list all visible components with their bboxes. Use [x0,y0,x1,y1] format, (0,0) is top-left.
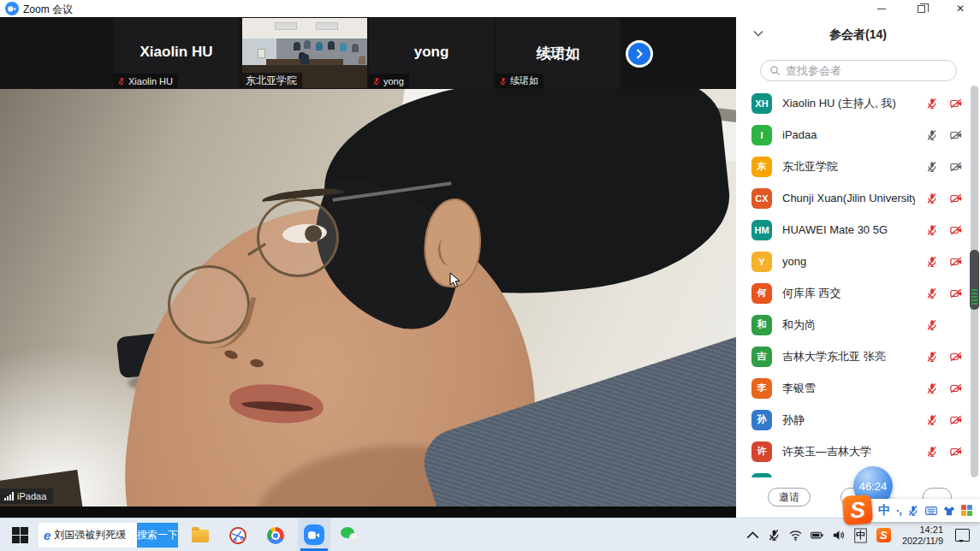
avatar: Y [751,252,772,272]
search-icon [769,65,781,76]
tray-input-language[interactable]: 中 [854,528,866,542]
snipping-tool-icon[interactable] [228,525,248,546]
mouse-cursor [449,272,461,289]
ime-mic-icon[interactable] [907,505,919,517]
tile-name-label: 续珺如 [496,74,543,88]
mic-muted-icon [117,76,126,86]
minimize-button[interactable] [862,0,901,17]
tray-battery-icon[interactable] [811,529,823,542]
restore-button[interactable] [901,0,941,17]
avatar: HM [751,220,772,240]
wechat-icon[interactable] [340,525,360,546]
panel-header: 参会者(14) [736,26,980,44]
participant-name: 孙静 [782,412,915,428]
camera-status-icon [949,128,963,142]
mic-status-icon [925,350,939,364]
participant-name: 东北亚学院 [782,159,915,175]
avatar: 孙 [751,410,772,430]
camera-status-icon [949,160,963,174]
panel-title: 参会者(14) [736,27,980,43]
mic-status-icon [925,128,939,142]
signal-bars-icon [4,492,14,501]
participant-row[interactable]: 李 李银雪 [736,372,980,404]
clock-time: 14:21 [902,524,943,536]
video-tile-xiaolin-hu[interactable]: Xiaolin HU Xiaolin HU [114,18,239,88]
zoom-taskbar-button[interactable] [298,518,330,551]
zoom-app-window: Zoom 会议 ✕ Xiaolin HU Xiaolin HU [0,0,980,551]
ime-toolbar[interactable]: 中 ·, [863,499,980,522]
participant-name: 何库库 西交 [782,286,915,301]
start-button[interactable] [12,527,28,543]
participant-row[interactable]: 何 何库库 西交 [736,277,980,309]
mic-status-icon [925,287,939,300]
tile-name-label: Xiaolin HU [114,74,178,88]
ceiling-light [275,22,297,30]
participant-row[interactable]: 和 和为尚 [736,309,980,341]
file-explorer-icon[interactable] [190,525,211,546]
participant-row[interactable]: HM HUAWEI Mate 30 5G [736,214,980,246]
participant-name: 和为尚 [782,317,915,333]
seated-person [304,40,311,49]
windows-taskbar: e 刘国强被判死缓 搜索一下 中 S [0,518,980,551]
active-speaker-label: iPadaa [0,489,53,504]
sogou-ime-logo[interactable]: S [842,495,873,525]
search-placeholder: 查找参会者 [786,63,841,79]
tray-mic-icon[interactable] [768,529,781,542]
participant-name: HUAWEI Mate 30 5G [782,223,915,236]
participant-row[interactable]: 东 东北亚学院 [736,151,980,182]
avatar: 李 [751,378,772,399]
camera-status-icon [949,445,963,459]
search-participants-input[interactable]: 查找参会者 [760,60,957,81]
video-tile-xujunru[interactable]: 续珺如 续珺如 [496,18,621,88]
video-tile-yong[interactable]: yong yong [369,18,494,88]
participant-row[interactable]: 吉 吉林大学东北亚 张亮 [736,341,980,372]
chrome-icon[interactable] [265,525,286,546]
ime-skin-icon[interactable] [943,505,955,517]
camera-status-icon [949,97,963,110]
participant-row[interactable]: Y yong [736,246,980,277]
camera-status-icon [949,350,963,364]
tray-sogou-icon[interactable]: S [876,528,891,542]
seated-person [294,42,300,50]
taskbar-search-box[interactable]: e 刘国强被判死缓 搜索一下 [39,523,178,548]
chevron-right-icon [634,49,644,59]
taskbar-clock[interactable]: 14:21 2022/11/9 [902,524,943,547]
taskbar-search-go-button[interactable]: 搜索一下 [137,523,178,548]
tray-expand-icon[interactable] [746,529,759,542]
tile-name-label: yong [369,74,409,88]
participant-name: 吉林大学东北亚 张亮 [782,349,915,364]
participant-row[interactable]: CX Chunji Xuan(Jilin University) [736,182,980,214]
classroom-ceiling [242,18,367,40]
avatar: 东 [751,157,772,177]
next-page-button[interactable] [626,40,653,68]
participant-row[interactable]: 孙 孙静 [736,404,980,435]
ime-toolbox-icon[interactable] [961,505,972,516]
video-tile-classroom[interactable]: 东北亚学院 [242,18,367,88]
action-center-icon[interactable] [955,529,970,542]
camera-status-icon [949,413,963,427]
participants-panel: 参会者(14) 查找参会者 XH Xiaolin HU (主持人, 我) I i… [736,17,980,518]
participant-row[interactable]: I iPadaa [736,119,980,151]
close-button[interactable]: ✕ [941,0,980,17]
ceiling-light [316,22,338,30]
camera-status-icon [949,287,963,300]
ime-keyboard-icon[interactable] [925,505,937,517]
panel-scrollbar-thumb[interactable] [970,250,979,310]
participant-row[interactable]: XH Xiaolin HU (主持人, 我) [736,87,980,119]
seated-person [328,41,335,50]
glasses-lens-right [257,198,339,277]
avatar: 许 [751,441,772,462]
participant-row[interactable]: 许 许英玉—吉林大学 [736,435,980,467]
ime-punctuation-icon[interactable]: ·, [896,504,901,517]
seated-person [359,56,365,64]
presenter [300,54,309,64]
mic-status-icon [925,223,939,237]
video-thumbnail-strip: Xiaolin HU Xiaolin HU 东北 [0,17,736,89]
mic-status-icon [925,160,939,174]
mic-muted-icon [372,76,381,86]
tray-wifi-icon[interactable] [789,529,802,542]
ime-language-indicator[interactable]: 中 [878,503,890,518]
taskbar-search-text: 刘国强被判死缓 [54,528,126,542]
invite-button[interactable]: 邀请 [768,488,811,507]
tray-volume-icon[interactable] [832,529,845,542]
